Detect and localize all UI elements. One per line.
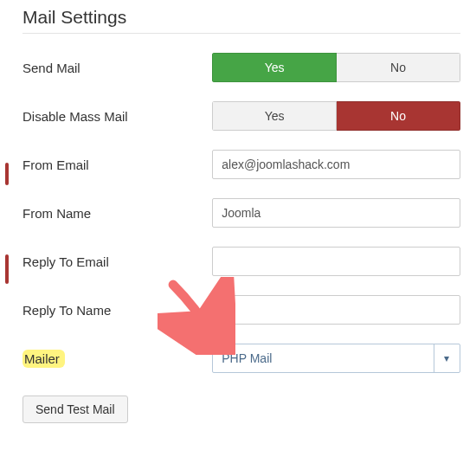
annotation-red-marker	[5, 254, 9, 284]
page-title: Mail Settings	[23, 7, 460, 34]
mailer-select[interactable]: PHP Mail ▾	[212, 344, 460, 373]
field-row-mailer: Mailer PHP Mail ▾	[17, 344, 460, 373]
send-mail-no[interactable]: No	[337, 53, 460, 82]
send-test-mail-button[interactable]: Send Test Mail	[23, 395, 128, 423]
field-row-send-mail: Send Mail Yes No	[17, 53, 460, 82]
field-row-from-email: From Email	[17, 150, 460, 179]
disable-mass-mail-label: Disable Mass Mail	[17, 109, 212, 124]
field-row-reply-to-email: Reply To Email	[17, 247, 460, 276]
chevron-down-icon[interactable]: ▾	[434, 344, 460, 372]
disable-mass-yes[interactable]: Yes	[212, 101, 337, 131]
send-mail-label: Send Mail	[17, 61, 212, 75]
disable-mass-mail-toggle[interactable]: Yes No	[212, 101, 460, 131]
reply-to-email-label: Reply To Email	[17, 254, 212, 269]
field-row-from-name: From Name	[17, 198, 460, 228]
from-name-label: From Name	[17, 206, 212, 221]
send-mail-toggle[interactable]: Yes No	[212, 53, 460, 82]
send-mail-yes[interactable]: Yes	[212, 53, 337, 82]
from-email-input[interactable]	[212, 150, 460, 179]
from-name-input[interactable]	[212, 198, 460, 228]
disable-mass-no[interactable]: No	[337, 101, 460, 131]
reply-to-name-input[interactable]	[212, 295, 460, 325]
mailer-label-highlight: Mailer	[23, 350, 65, 368]
mailer-select-value: PHP Mail	[213, 344, 434, 372]
reply-to-name-label: Reply To Name	[17, 303, 212, 318]
reply-to-email-input[interactable]	[212, 247, 460, 276]
field-row-reply-to-name: Reply To Name	[17, 295, 460, 325]
mailer-label: Mailer	[17, 351, 212, 366]
annotation-red-marker	[5, 163, 9, 185]
field-row-disable-mass-mail: Disable Mass Mail Yes No	[17, 101, 460, 131]
from-email-label: From Email	[17, 158, 212, 172]
